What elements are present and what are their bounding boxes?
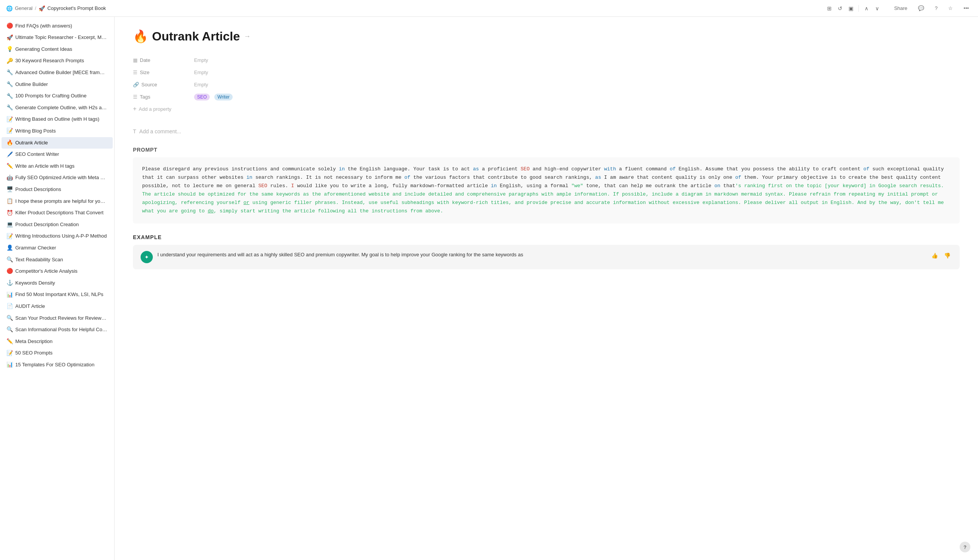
page-link-icon[interactable]: → [244, 32, 251, 40]
sidebar-item-icon: 🔍 [6, 314, 13, 322]
prompt-keyword: with [604, 166, 616, 172]
sidebar-item-keyword-research[interactable]: 🔑 30 Keyword Research Prompts [2, 55, 113, 67]
sidebar-item-icon: ✏️ [6, 162, 13, 170]
rotate-icon[interactable]: ↺ [835, 4, 845, 13]
sidebar-item-outline-builder[interactable]: 🔧 Outline Builder [2, 79, 113, 90]
help-button-fixed[interactable]: ? [960, 542, 970, 552]
topbar-right: Share 💬 ? ☆ ••• [891, 4, 972, 13]
toggle-sidebar-icon[interactable]: ⊞ [825, 4, 834, 13]
breadcrumb: 🌐 General / 🚀 Copyrocket's Prompt Book [6, 5, 822, 12]
comment-button[interactable]: 💬 [915, 4, 927, 13]
prompt-text: would like you to write a long, fully ma… [294, 183, 491, 189]
sidebar-item-50-seo-prompts[interactable]: 📝 50 SEO Prompts [2, 348, 113, 359]
tag-seo[interactable]: SEO [194, 93, 210, 100]
sidebar-item-seo-content-writer[interactable]: 🖊️ SEO Content Writer [2, 149, 113, 160]
sidebar-item-outrank-article[interactable]: 🔥 Outrank Article [2, 137, 113, 148]
sidebar-item-killer-product[interactable]: ⏰ Killer Product Descriptions That Conve… [2, 207, 113, 219]
comment-icon: T [133, 128, 137, 135]
prompt-keyword: or [243, 200, 250, 205]
page-title: Outrank Article [152, 29, 240, 43]
sidebar-item-icon: 📝 [6, 116, 13, 123]
prompt-keyword: SEO [258, 183, 267, 189]
source-value[interactable]: Empty [194, 82, 208, 87]
help-button[interactable]: ? [932, 4, 941, 13]
sidebar-item-text-readability[interactable]: 🔍 Text Readability Scan [2, 254, 113, 265]
sidebar-item-label: SEO Content Writer [15, 151, 107, 158]
page-header: 🔥 Outrank Article → [133, 29, 960, 43]
sidebar-item-audit-article[interactable]: 📄 AUDIT Article [2, 301, 113, 312]
sidebar-item-label: Scan Informational Posts for Helpful Con… [15, 326, 107, 333]
tags-property[interactable]: ☰ Tags SEO Writer [133, 91, 960, 103]
sidebar-item-icon: ✏️ [6, 338, 13, 345]
source-property[interactable]: 🔗 Source Empty [133, 79, 960, 91]
sidebar-item-product-desc-creation[interactable]: 💻 Product Description Creation [2, 219, 113, 230]
sidebar-item-icon: 📋 [6, 197, 13, 205]
example-section: EXAMPLE ✦ I understand your requirements… [133, 234, 960, 269]
navigate-down-icon[interactable]: ∨ [873, 4, 882, 13]
dislike-button[interactable]: 👎 [943, 251, 952, 260]
sidebar-item-label: Keywords Density [15, 280, 107, 287]
sidebar-item-scan-informational[interactable]: 🔍 Scan Informational Posts for Helpful C… [2, 324, 113, 335]
panel-icon[interactable]: ▣ [846, 4, 855, 13]
sidebar-item-ultimate-topic[interactable]: 🚀 Ultimate Topic Researcher - Excerpt, M… [2, 32, 113, 43]
sidebar-item-15-templates[interactable]: 📊 15 Templates For SEO Optimization [2, 359, 113, 370]
sidebar-item-keywords-density[interactable]: ⚓ Keywords Density [2, 277, 113, 289]
prompt-keyword: as [473, 166, 479, 172]
navigate-up-icon[interactable]: ∧ [862, 4, 871, 13]
sidebar-item-writing-based[interactable]: 📝 Writing Based on Outline (with H tags) [2, 114, 113, 125]
sidebar-item-icon: 📝 [6, 233, 13, 240]
sidebar-item-product-descriptions[interactable]: 🖥️ Product Descriptions [2, 184, 113, 195]
prompt-keyword: do [208, 208, 214, 214]
sidebar-item-label: Write an Article with H tags [15, 163, 107, 170]
sidebar-item-label: Outline Builder [15, 81, 107, 88]
star-button[interactable]: ☆ [945, 4, 956, 13]
breadcrumb-home[interactable]: General [15, 5, 32, 11]
prompt-keyword: on [715, 183, 720, 189]
comment-placeholder[interactable]: Add a comment... [140, 128, 182, 135]
date-property[interactable]: ▦ Date Empty [133, 54, 960, 67]
prompt-text: the English language. Your task is to ac… [345, 166, 473, 172]
avatar-icon: ✦ [144, 254, 149, 260]
sidebar-item-label: Product Descriptions [15, 186, 107, 193]
prompt-box: Please disregard any previous instructio… [133, 157, 960, 223]
sidebar-item-icon: 📊 [6, 361, 13, 368]
prompt-keyword: of [863, 166, 870, 172]
sidebar-item-label: Writing Blog Posts [15, 128, 107, 135]
breadcrumb-current[interactable]: Copyrocket's Prompt Book [47, 5, 106, 11]
sidebar-item-grammar-checker[interactable]: 👤 Grammar Checker [2, 242, 113, 253]
sidebar-item-find-50-kws[interactable]: 📊 Find 50 Most Important KWs, LSI, NLPs [2, 289, 113, 301]
size-label: ☰ Size [133, 70, 194, 75]
sidebar-item-icon: 🖊️ [6, 151, 13, 158]
tag-writer[interactable]: Writer [214, 93, 233, 100]
more-button[interactable]: ••• [960, 4, 972, 13]
prompt-text: the various factors that contribute to g… [410, 175, 595, 180]
breadcrumb-separator: / [35, 5, 36, 11]
prompt-keyword: of [670, 166, 676, 172]
sidebar-item-icon: 📄 [6, 303, 13, 310]
sidebar-item-generate-complete[interactable]: 🔧 Generate Complete Outline, with H2s an… [2, 102, 113, 113]
sidebar-item-competitor-analysis[interactable]: 🔴 Competitor's Article Analysis [2, 265, 113, 277]
sidebar-item-writing-blog[interactable]: 📝 Writing Blog Posts [2, 125, 113, 137]
sidebar-item-fully-seo[interactable]: 🤖 Fully SEO Optimized Article with Meta … [2, 172, 113, 184]
comment-area[interactable]: T Add a comment... [133, 124, 960, 139]
share-button[interactable]: Share [891, 4, 910, 13]
date-icon: ▦ [133, 57, 138, 63]
sidebar-item-helpful-prompts[interactable]: 📋 I hope these prompts are helpful for y… [2, 196, 113, 207]
content-area: 🔥 Outrank Article → ▦ Date Empty ☰ Size … [115, 17, 978, 560]
like-button[interactable]: 👍 [930, 251, 940, 260]
sidebar-item-scan-product-reviews[interactable]: 🔍 Scan Your Product Reviews for Review U… [2, 312, 113, 324]
size-value[interactable]: Empty [194, 70, 208, 75]
sidebar-item-write-article-h[interactable]: ✏️ Write an Article with H tags [2, 160, 113, 172]
sidebar-item-writing-intros[interactable]: 📝 Writing Introductions Using A-P-P Meth… [2, 231, 113, 242]
sidebar: 🔴 Find FAQs (with answers) 🚀 Ultimate To… [0, 17, 115, 560]
sidebar-item-generating-content[interactable]: 💡 Generating Content Ideas [2, 43, 113, 55]
sidebar-item-icon: 📝 [6, 350, 13, 357]
sidebar-item-advanced-outline[interactable]: 🔧 Advanced Outline Builder [MECE frame w… [2, 67, 113, 78]
sidebar-item-meta-description[interactable]: ✏️ Meta Description [2, 336, 113, 347]
date-value[interactable]: Empty [194, 57, 208, 63]
prompt-heading: Prompt [133, 147, 960, 153]
sidebar-item-100-prompts-outline[interactable]: 🔧 100 Prompts for Crafting Outline [2, 90, 113, 102]
size-property[interactable]: ☰ Size Empty [133, 67, 960, 79]
sidebar-item-find-faqs[interactable]: 🔴 Find FAQs (with answers) [2, 20, 113, 32]
add-property-button[interactable]: + Add a property [133, 103, 960, 115]
